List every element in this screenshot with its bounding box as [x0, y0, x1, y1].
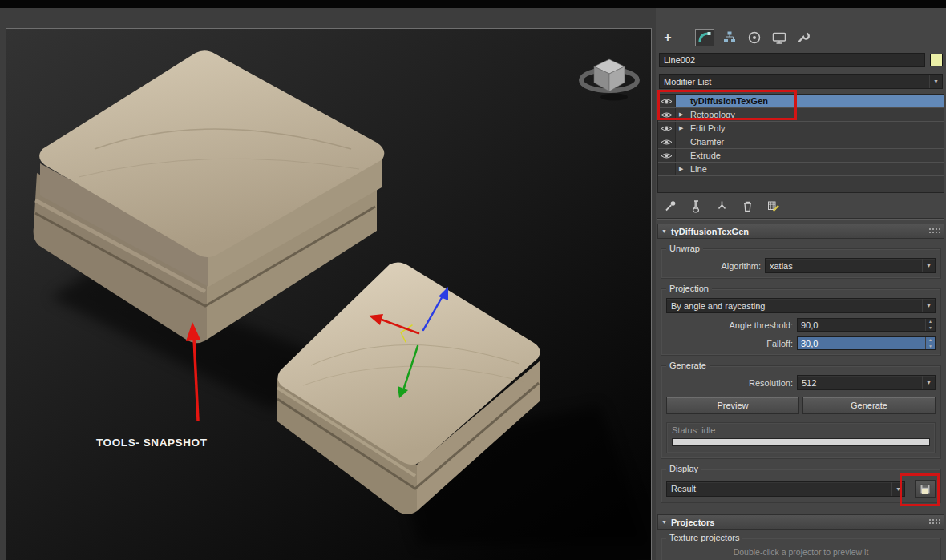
- viewport[interactable]: TOOLS- SNAPSHOT: [6, 29, 651, 560]
- resolution-value: 512: [802, 378, 922, 388]
- algorithm-dropdown[interactable]: xatlas ▼: [765, 258, 936, 273]
- remove-modifier-button[interactable]: [741, 199, 754, 213]
- stack-item-extrude[interactable]: Extrude: [658, 149, 944, 163]
- motion-icon: [746, 30, 762, 46]
- resolution-label: Resolution:: [666, 378, 793, 388]
- drag-grip-icon[interactable]: [929, 228, 940, 234]
- generate-button[interactable]: Generate: [802, 397, 936, 414]
- annotation-label: TOOLS- SNAPSHOT: [96, 437, 208, 449]
- chevron-down-icon: ▼: [922, 376, 935, 389]
- tab-hierarchy[interactable]: [721, 30, 738, 46]
- tab-utilities[interactable]: [795, 30, 813, 46]
- drag-grip-icon[interactable]: [929, 519, 940, 525]
- spinner-down-icon[interactable]: ▼: [926, 325, 935, 332]
- fork-arrows-icon: [715, 199, 729, 213]
- group-title: Display: [666, 464, 701, 473]
- chevron-down-icon: ▼: [922, 299, 935, 312]
- tab-display[interactable]: [770, 30, 788, 46]
- tab-motion[interactable]: [746, 30, 763, 46]
- stack-item-retopology[interactable]: ▶Retopology: [658, 108, 944, 122]
- projection-group: Projection By angle and raycasting ▼ Ang…: [661, 288, 941, 356]
- progress-bar: [672, 438, 930, 446]
- group-title: Unwrap: [666, 244, 703, 253]
- utilities-wrench-icon: [796, 30, 812, 46]
- visibility-eye-icon[interactable]: [658, 135, 676, 148]
- stack-toolbar: [657, 198, 944, 214]
- modify-icon: [697, 30, 713, 46]
- status-text: Status: idle: [672, 425, 930, 435]
- algorithm-label: Algorithm:: [666, 261, 761, 271]
- pin-stack-button[interactable]: [664, 199, 677, 213]
- visibility-eye-icon[interactable]: [658, 122, 676, 135]
- falloff-label: Falloff:: [666, 339, 793, 348]
- visibility-eye-icon[interactable]: [658, 95, 676, 107]
- spinner-down-icon[interactable]: ▼: [926, 344, 935, 350]
- object-name-input[interactable]: [659, 53, 925, 67]
- modifier-list-dropdown[interactable]: Modifier List ▼: [659, 74, 943, 89]
- chevron-down-icon: ▼: [929, 75, 942, 88]
- command-panel-tabs: +: [659, 29, 943, 46]
- tab-modify[interactable]: [696, 30, 714, 46]
- falloff-value: 30,0: [798, 339, 925, 348]
- visibility-eye-icon[interactable]: [658, 108, 676, 121]
- group-title: Texture projectors: [666, 533, 742, 542]
- algorithm-value: xatlas: [770, 261, 922, 271]
- resolution-dropdown[interactable]: 512 ▼: [797, 375, 936, 390]
- falloff-spinner[interactable]: 30,0 ▲▼: [797, 336, 936, 350]
- stack-item-chamfer[interactable]: Chamfer: [658, 135, 944, 149]
- create-plus-icon: +: [664, 30, 671, 45]
- hierarchy-icon: [722, 30, 738, 46]
- spinner-up-icon[interactable]: ▲: [926, 319, 935, 325]
- stack-item-line[interactable]: ▶Line: [658, 163, 944, 176]
- make-unique-button[interactable]: [715, 199, 729, 213]
- display-result-dropdown[interactable]: Result ▼: [666, 481, 905, 497]
- pin-icon: [664, 199, 677, 213]
- visibility-eye-icon[interactable]: [658, 149, 676, 162]
- modifier-stack: tyDiffusionTexGen ▶Retopology ▶Edit Poly…: [657, 94, 944, 193]
- angle-threshold-value: 90,0: [798, 320, 925, 330]
- expand-arrow-icon[interactable]: ▶: [679, 166, 689, 172]
- collapse-arrow-icon: ▼: [661, 228, 671, 234]
- projection-mode-dropdown[interactable]: By angle and raycasting ▼: [666, 298, 936, 313]
- status-box: Status: idle: [666, 422, 936, 453]
- rollout-title: Projectors: [671, 518, 929, 527]
- projection-mode-value: By angle and raycasting: [671, 301, 922, 311]
- preview-button[interactable]: Preview: [666, 397, 799, 414]
- stack-item-edit-poly[interactable]: ▶Edit Poly: [658, 122, 944, 135]
- modifier-name: Extrude: [689, 151, 721, 160]
- angle-threshold-spinner[interactable]: 90,0 ▲▼: [797, 318, 936, 332]
- display-icon: [771, 30, 787, 46]
- rollout-title: tyDiffusionTexGen: [671, 227, 929, 236]
- spinner-up-icon[interactable]: ▲: [926, 337, 935, 344]
- collapse-arrow-icon: ▼: [661, 519, 671, 525]
- unwrap-group: Unwrap Algorithm: xatlas ▼: [661, 248, 941, 279]
- expand-arrow-icon[interactable]: ▶: [679, 125, 689, 131]
- generate-group: Generate Resolution: 512 ▼ Preview Gener…: [661, 365, 941, 459]
- object-name-row: [659, 53, 943, 67]
- stack-item-tydiffusiontexgen[interactable]: tyDiffusionTexGen: [658, 95, 944, 108]
- modifier-name: Chamfer: [689, 137, 724, 147]
- rollout-projectors-header[interactable]: ▼ Projectors: [657, 514, 944, 530]
- show-end-result-button[interactable]: [689, 199, 703, 213]
- window-top-bar: [0, 0, 946, 8]
- object-color-swatch[interactable]: [930, 54, 943, 66]
- divider: [657, 218, 944, 220]
- chevron-down-icon: ▼: [891, 482, 904, 496]
- display-group: Display Result ▼: [661, 469, 941, 503]
- projector-hint-text: Double-click a projector to preview it: [666, 547, 936, 557]
- chevron-down-icon: ▼: [922, 259, 935, 272]
- rollout-tydiffusiontexgen-header[interactable]: ▼ tyDiffusionTexGen: [657, 224, 944, 239]
- viewport-frame: TOOLS- SNAPSHOT: [0, 8, 656, 560]
- base-object-name: Line: [689, 164, 707, 174]
- viewport-3d-scene[interactable]: TOOLS- SNAPSHOT: [6, 29, 651, 560]
- save-result-icon: [920, 484, 931, 494]
- tab-create[interactable]: +: [659, 30, 677, 46]
- group-title: Generate: [666, 361, 710, 370]
- angle-threshold-label: Angle threshold:: [666, 320, 793, 330]
- expand-arrow-icon[interactable]: ▶: [679, 111, 689, 118]
- display-result-value: Result: [671, 484, 891, 494]
- configure-modifier-sets-button[interactable]: [766, 199, 780, 213]
- save-result-button[interactable]: [915, 480, 936, 498]
- modifier-name: Retopology: [689, 110, 735, 119]
- modifier-list-label: Modifier List: [664, 77, 929, 87]
